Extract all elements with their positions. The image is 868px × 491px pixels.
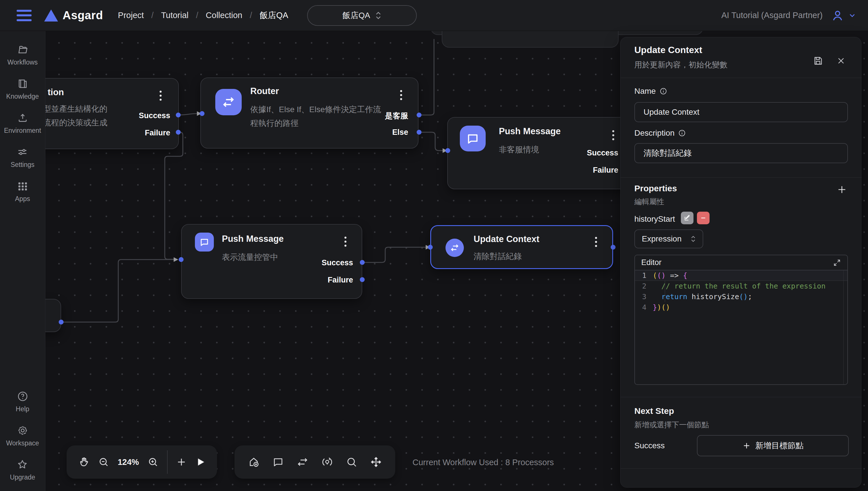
properties-title: Properties bbox=[634, 183, 677, 193]
sidebar-item-upgrade[interactable]: Upgrade bbox=[10, 459, 35, 481]
remove-property-button[interactable] bbox=[697, 212, 710, 224]
upload-icon bbox=[17, 112, 29, 124]
node-title: Router bbox=[250, 86, 279, 96]
user-icon[interactable] bbox=[831, 9, 844, 22]
output-failure: Failure bbox=[145, 128, 170, 137]
workflow-status: Current Workflow Used : 8 Processors bbox=[412, 458, 554, 467]
info-icon[interactable] bbox=[659, 87, 667, 95]
save-icon[interactable] bbox=[811, 54, 825, 68]
swap-arrows-icon bbox=[445, 239, 464, 257]
partial-node-left-bottom[interactable] bbox=[45, 299, 61, 332]
code-area[interactable]: 1(() => { 2 // return the result of the … bbox=[635, 270, 847, 385]
updown-chevron-icon bbox=[375, 11, 381, 20]
sidebar-item-settings[interactable]: Settings bbox=[10, 146, 34, 169]
info-icon[interactable] bbox=[678, 129, 686, 137]
workflow-selector[interactable]: 飯店QA bbox=[307, 5, 417, 26]
node-description: 清除對話紀錄 bbox=[473, 250, 522, 263]
node-router[interactable]: Router 依據If、Else If、Else條件決定工作流程執行的路徑 是客… bbox=[200, 78, 418, 149]
chevron-down-icon[interactable] bbox=[848, 11, 857, 20]
node-title: Update Context bbox=[473, 234, 539, 244]
node-update-context[interactable]: Update Context 清除對話紀錄 bbox=[430, 225, 613, 269]
sidebar-item-workflows[interactable]: Workflows bbox=[7, 44, 38, 66]
close-icon[interactable] bbox=[834, 54, 848, 68]
breadcrumb-collection[interactable]: Collection bbox=[206, 10, 242, 20]
canvas-zoom-toolbar: 124% bbox=[66, 445, 217, 479]
edit-property-button[interactable] bbox=[681, 212, 694, 224]
name-input[interactable]: Update Context bbox=[634, 102, 848, 122]
comment-icon[interactable] bbox=[272, 456, 284, 468]
node-partial-left[interactable]: tion 型並產生結構化的 流程的決策或生成 Success Failure bbox=[45, 78, 179, 149]
help-circle-icon bbox=[17, 390, 29, 402]
updown-chevron-icon bbox=[690, 235, 696, 242]
code-line-4[interactable]: 4})() bbox=[635, 302, 847, 313]
zoom-level: 124% bbox=[118, 457, 139, 467]
star-icon bbox=[16, 459, 28, 471]
description-input[interactable]: 清除對話紀錄 bbox=[634, 143, 848, 163]
kebab-menu-icon[interactable] bbox=[595, 237, 598, 247]
breadcrumb: Project / Tutorial / Collection / 飯店QA bbox=[118, 10, 288, 21]
breadcrumb-tutorial[interactable]: Tutorial bbox=[161, 10, 189, 20]
move-compass-icon[interactable] bbox=[370, 456, 382, 468]
partial-node-card-front[interactable] bbox=[442, 31, 619, 48]
editor-title: Editor bbox=[641, 258, 661, 267]
description-label: Description bbox=[634, 128, 686, 138]
auto-refresh-icon[interactable] bbox=[321, 456, 333, 468]
node-description: 表示流量控管中 bbox=[222, 250, 278, 264]
property-type-select[interactable]: Expression bbox=[634, 229, 703, 249]
code-line-3[interactable]: 3 return historySize(); bbox=[635, 291, 847, 302]
left-sidebar: Workflows Knowledge Environment Settings… bbox=[0, 31, 45, 491]
add-property-icon[interactable] bbox=[835, 183, 848, 196]
zoom-in-icon[interactable] bbox=[147, 456, 159, 468]
pan-hand-icon[interactable] bbox=[78, 456, 89, 468]
kebab-menu-icon[interactable] bbox=[612, 130, 615, 140]
run-play-icon[interactable] bbox=[195, 457, 206, 467]
next-step-title: Next Step bbox=[634, 406, 674, 416]
editor-header: Editor bbox=[635, 255, 847, 270]
node-title: Push Message bbox=[499, 126, 561, 137]
code-line-1[interactable]: 1(() => { bbox=[635, 270, 847, 281]
sidebar-item-workspace[interactable]: Workspace bbox=[6, 425, 39, 447]
kebab-menu-icon[interactable] bbox=[160, 91, 162, 101]
add-icon[interactable] bbox=[176, 457, 187, 467]
property-name: historyStart bbox=[634, 214, 675, 224]
sidebar-item-knowledge[interactable]: Knowledge bbox=[6, 78, 39, 100]
edge-failure-down bbox=[165, 132, 183, 259]
swap-arrows-icon[interactable] bbox=[297, 456, 308, 468]
panel-title: Update Context bbox=[634, 45, 702, 55]
node-push-message-mid[interactable]: Push Message 表示流量控管中 Success Failure bbox=[181, 224, 362, 299]
edge-router-cs-up bbox=[419, 39, 434, 115]
node-title: Push Message bbox=[222, 234, 283, 244]
node-description: 依據If、Else If、Else條件決定工作流程執行的路徑 bbox=[250, 103, 388, 130]
output-success: Success bbox=[587, 149, 618, 157]
sliders-icon bbox=[16, 146, 28, 158]
breadcrumb-current[interactable]: 飯店QA bbox=[260, 10, 288, 21]
sidebar-item-apps[interactable]: Apps bbox=[15, 180, 30, 203]
sidebar-item-environment[interactable]: Environment bbox=[4, 112, 41, 135]
sidebar-item-help[interactable]: Help bbox=[16, 390, 29, 413]
node-detail-panel: Update Context 用於更新內容，初始化變數 Name Update … bbox=[620, 37, 861, 488]
branch-label: Success bbox=[634, 441, 665, 450]
add-node-icon[interactable] bbox=[248, 456, 260, 468]
kebab-menu-icon[interactable] bbox=[345, 237, 347, 247]
code-line-2[interactable]: 2 // return the result of the expression bbox=[635, 281, 847, 291]
zoom-out-icon[interactable] bbox=[98, 456, 109, 468]
next-step-subtitle: 新增或選擇下一個節點 bbox=[634, 420, 709, 430]
edge-bottom-node-to-push bbox=[61, 260, 174, 322]
expand-icon[interactable] bbox=[833, 259, 841, 267]
book-icon bbox=[17, 78, 29, 90]
node-push-message-top[interactable]: Push Message 非客服情境 Success Failure bbox=[447, 117, 646, 189]
editor-scrollbar[interactable] bbox=[843, 270, 847, 385]
brand-name: Asgard bbox=[62, 9, 103, 22]
breadcrumb-project[interactable]: Project bbox=[118, 10, 144, 20]
node-description: 型並產生結構化的 流程的決策或生成 bbox=[45, 102, 107, 129]
edge-push-success-to-update bbox=[362, 247, 426, 262]
gear-icon bbox=[17, 425, 29, 436]
add-target-node-button[interactable]: 新增目標節點 bbox=[697, 435, 849, 456]
kebab-menu-icon[interactable] bbox=[400, 90, 403, 100]
name-label: Name bbox=[634, 87, 667, 96]
output-failure: Failure bbox=[593, 166, 618, 175]
search-icon[interactable] bbox=[346, 456, 358, 468]
expression-editor[interactable]: Editor 1(() => { 2 // return the result … bbox=[634, 255, 848, 385]
hamburger-menu-icon[interactable] bbox=[17, 10, 32, 21]
app-header: Asgard Project / Tutorial / Collection /… bbox=[0, 0, 868, 31]
